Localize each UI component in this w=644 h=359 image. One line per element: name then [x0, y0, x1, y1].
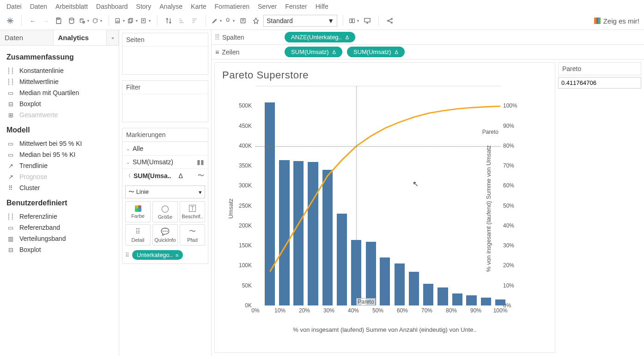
highlight-icon[interactable]: ▼	[212, 15, 223, 26]
filter-card[interactable]: Filter	[122, 80, 208, 122]
analytics-item-icon: ┊┊	[6, 78, 15, 85]
analytics-item[interactable]: ▭Median bei 95 % KI	[6, 149, 112, 160]
menu-item[interactable]: Karte	[191, 3, 206, 10]
analytics-item-icon: ┊┊	[6, 213, 15, 220]
tab-data[interactable]: Daten	[0, 30, 54, 45]
size-button[interactable]: ◯Größe	[152, 201, 178, 222]
parameter-input[interactable]	[558, 77, 641, 89]
sort-desc-icon[interactable]	[189, 15, 200, 26]
parameter-card: Pareto	[558, 62, 641, 353]
bar-icon: ▮▮	[197, 158, 204, 166]
plot-area[interactable]: Pareto Pareto ↖	[255, 86, 500, 305]
refresh-icon[interactable]: ▼	[92, 15, 103, 26]
menu-item[interactable]: Daten	[30, 3, 47, 10]
color-button[interactable]: Farbe	[125, 201, 151, 222]
side-pane: Daten Analytics ◂ Zusammenfassung ┊┊Kons…	[0, 30, 119, 356]
fit-select[interactable]: Standard▼	[263, 15, 337, 27]
sort-indicator-icon: ≡	[176, 252, 178, 258]
labels-icon[interactable]	[237, 15, 249, 26]
detail-button[interactable]: ⠿Detail	[125, 224, 151, 245]
mark-type-select[interactable]: 〜 Linie▾	[125, 185, 205, 198]
x-tick: 60%	[397, 307, 408, 314]
rows-shelf[interactable]: ≡Zeilen SUM(Umsatz)Δ SUM(Umsatz)Δ	[212, 45, 644, 60]
viz-title[interactable]: Pareto Superstore	[222, 69, 550, 81]
analytics-item[interactable]: ▭Mittelwert bei 95 % KI	[6, 138, 112, 149]
y-tick: 350K	[239, 162, 252, 169]
share-icon[interactable]	[384, 15, 395, 26]
menu-item[interactable]: Story	[136, 3, 152, 10]
clear-sheet-icon[interactable]: ▼	[140, 15, 152, 26]
analytics-item[interactable]: ┊┊Mittelwertlinie	[6, 76, 112, 87]
save-icon[interactable]	[53, 15, 64, 26]
forward-icon[interactable]: →	[40, 15, 51, 26]
marks-field-row[interactable]: ⠿ Unterkatego..≡	[125, 250, 205, 260]
viz-canvas[interactable]: Pareto Superstore Umsatz % von insgesamt…	[214, 62, 555, 353]
show-cards-icon[interactable]: ▼	[349, 15, 360, 26]
columns-shelf[interactable]: ⦙⦙⦙Spalten ANZE(Unterkateg..Δ	[212, 30, 644, 45]
analytics-item[interactable]: ▭Median mit Quartilen	[6, 87, 112, 98]
x-tick: 50%	[372, 307, 383, 314]
analytics-item[interactable]: ⊟Boxplot	[6, 98, 112, 109]
path-icon: 〜	[189, 227, 196, 236]
marks-axis1-row[interactable]: ⌄SUM(Umsatz)▮▮	[122, 156, 208, 168]
x-tick: 10%	[274, 307, 286, 314]
analytics-item-icon: ⊟	[6, 246, 15, 253]
swap-icon[interactable]	[163, 15, 174, 26]
menu-item[interactable]: Formatieren	[215, 3, 249, 10]
analytics-item[interactable]: ┊┊Referenzlinie	[6, 211, 112, 222]
analytics-item[interactable]: ⠿Cluster	[6, 182, 112, 193]
tableau-logo-icon[interactable]	[5, 15, 16, 26]
back-icon[interactable]: ←	[27, 15, 38, 26]
datasource-icon[interactable]	[66, 15, 77, 26]
rows-pill-1[interactable]: SUM(Umsatz)Δ	[285, 47, 342, 57]
color-icon	[135, 205, 141, 212]
new-datasource-icon[interactable]: ▼	[79, 15, 90, 26]
analytics-item-icon: ↗	[6, 174, 15, 180]
menu-item[interactable]: Datei	[6, 3, 22, 10]
y-axis-left-label[interactable]: Umsatz	[227, 198, 234, 219]
analytics-item-icon: ▭	[6, 151, 15, 158]
duplicate-sheet-icon[interactable]: ▼	[128, 15, 139, 26]
tab-analytics[interactable]: Analytics	[54, 30, 107, 45]
new-sheet-icon[interactable]: ▼	[115, 15, 126, 26]
analytics-item-icon: ▭	[6, 90, 15, 96]
svg-rect-13	[350, 19, 352, 23]
columns-pill[interactable]: ANZE(Unterkateg..Δ	[285, 32, 355, 42]
analytics-item[interactable]: ↗Trendlinie	[6, 160, 112, 171]
y2-tick: 90%	[503, 123, 514, 129]
analytics-item[interactable]: ▭Referenzband	[6, 222, 112, 233]
sort-asc-icon[interactable]	[176, 15, 187, 26]
delta-icon: Δ	[346, 35, 349, 40]
rows-pill-2[interactable]: SUM(Umsatz)Δ	[347, 47, 405, 57]
pages-card[interactable]: Seiten	[122, 33, 208, 75]
group-icon[interactable]: ▼	[225, 15, 236, 26]
x-axis-label[interactable]: % von insgesamt (laufend) Summe von Anza…	[219, 326, 550, 333]
pin-icon[interactable]	[250, 15, 261, 26]
analytics-item-icon: ⊟	[6, 101, 15, 108]
tooltip-button[interactable]: 💬QuickInfo	[152, 224, 178, 245]
y-tick: 50K	[242, 282, 252, 289]
menu-item[interactable]: Dashboard	[96, 3, 128, 10]
collapse-pane-icon[interactable]: ◂	[107, 30, 119, 45]
chart: Umsatz % von insgesamt (laufend) Summe v…	[219, 84, 550, 333]
menu-item[interactable]: Hilfe	[316, 3, 328, 10]
presentation-icon[interactable]	[362, 15, 373, 26]
y2-tick: 10%	[503, 282, 514, 289]
menu-item[interactable]: Fenster	[285, 3, 307, 10]
detail-indicator-icon: ⠿	[125, 252, 129, 258]
menu-item[interactable]: Server	[258, 3, 277, 10]
analytics-item[interactable]: ⊟Boxplot	[6, 244, 112, 255]
marks-all-row[interactable]: ⌄Alle	[122, 142, 208, 155]
detail-icon: ⠿	[135, 227, 140, 236]
menu-item[interactable]: Arbeitsblatt	[55, 3, 88, 10]
section-title: Benutzerdefiniert	[6, 199, 112, 207]
marks-axis2-row[interactable]: 〈SUM(Umsa.. Δ〜	[122, 169, 208, 183]
label-button[interactable]: 🅃Beschrif..	[180, 201, 205, 222]
menu-item[interactable]: Analyse	[159, 3, 182, 10]
analytics-item[interactable]: ▥Verteilungsband	[6, 233, 112, 244]
analytics-item[interactable]: ┊┊Konstantenlinie	[6, 65, 112, 76]
y2-tick: 40%	[503, 222, 514, 229]
x-tick: 40%	[348, 307, 359, 314]
path-button[interactable]: 〜Pfad	[180, 224, 205, 245]
show-me-button[interactable]: Zeig es mir!	[594, 17, 639, 25]
